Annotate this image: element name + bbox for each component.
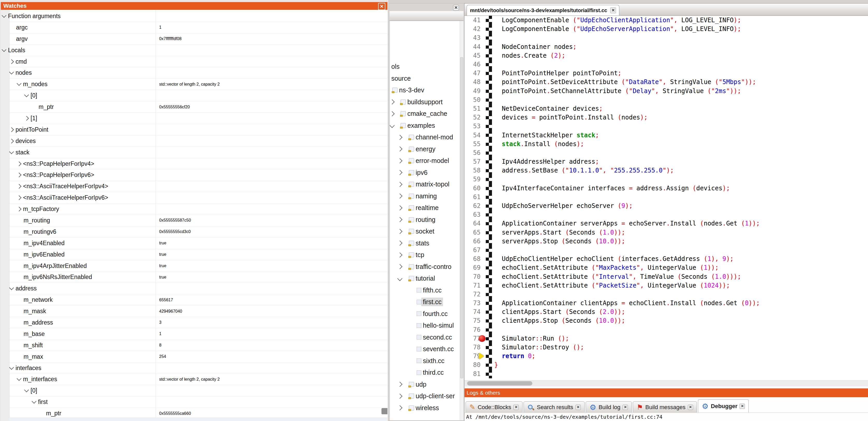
close-icon[interactable]: ✕: [453, 5, 459, 10]
line-number[interactable]: 80: [465, 361, 480, 368]
chevron-right-icon[interactable]: [9, 139, 14, 143]
tree-item-socket[interactable]: socket: [390, 226, 460, 237]
marker-margin[interactable]: [480, 360, 486, 369]
tree-item-stats[interactable]: stats: [390, 237, 460, 249]
watch-row[interactable]: [1]: [1, 113, 388, 124]
fold-margin[interactable]: [486, 263, 492, 272]
tree-item-udp[interactable]: udp: [390, 379, 460, 390]
chevron-right-icon[interactable]: [397, 158, 402, 163]
marker-margin[interactable]: [480, 210, 486, 219]
chevron-right-icon[interactable]: [17, 184, 21, 189]
chevron-right-icon[interactable]: [397, 217, 402, 222]
line-number[interactable]: 70: [465, 273, 480, 280]
tree-item-second-cc[interactable]: second.cc: [390, 331, 460, 344]
line-number[interactable]: 54: [465, 132, 480, 139]
tree-item-fourth-cc[interactable]: fourth.cc: [390, 308, 460, 320]
fold-margin[interactable]: [486, 246, 492, 255]
chevron-right-icon[interactable]: [397, 205, 402, 210]
editor-horizontal-scrollbar-thumb[interactable]: [467, 381, 532, 386]
watches-horizontal-scrollbar[interactable]: [9, 418, 388, 421]
fold-margin[interactable]: [486, 343, 492, 352]
line-number[interactable]: 59: [465, 175, 480, 183]
fold-margin[interactable]: [486, 255, 492, 263]
tree-item-error-model[interactable]: error-model: [390, 155, 460, 167]
marker-margin[interactable]: [480, 228, 486, 237]
line-number[interactable]: 75: [465, 317, 480, 324]
line-number[interactable]: 56: [465, 149, 480, 157]
line-number[interactable]: 42: [465, 25, 480, 33]
chevron-right-icon[interactable]: [390, 99, 395, 104]
chevron-right-icon[interactable]: [397, 193, 402, 199]
line-number[interactable]: 69: [465, 264, 480, 271]
line-number[interactable]: 73: [465, 299, 480, 307]
tree-item-naming[interactable]: naming: [390, 190, 460, 202]
line-number[interactable]: 61: [465, 193, 480, 201]
fold-margin[interactable]: [486, 149, 492, 157]
watch-row[interactable]: interfaces: [1, 362, 388, 374]
fold-margin[interactable]: [486, 104, 492, 113]
tree-item-first-cc[interactable]: first.cc: [390, 296, 460, 308]
chevron-down-icon[interactable]: [397, 276, 402, 281]
close-icon[interactable]: ✕: [740, 404, 745, 409]
fold-margin[interactable]: [486, 210, 492, 219]
watches-titlebar[interactable]: Watches ✕: [1, 2, 388, 10]
marker-margin[interactable]: [480, 281, 486, 290]
line-number[interactable]: 41: [465, 17, 480, 24]
line-number[interactable]: 62: [465, 202, 480, 209]
chevron-right-icon[interactable]: [397, 264, 402, 269]
fold-margin[interactable]: [486, 166, 492, 175]
watch-row[interactable]: <ns3::PcapHelperForIpv6>: [1, 169, 388, 181]
tree-item-udp-client-ser[interactable]: udp-client-ser: [390, 390, 460, 402]
tree-item-energy[interactable]: energy: [390, 143, 460, 155]
fold-margin[interactable]: [486, 157, 492, 166]
watches-resize-grip[interactable]: [381, 408, 388, 414]
fold-margin[interactable]: [486, 307, 492, 316]
fold-margin[interactable]: [486, 369, 492, 378]
tree-item-wireless[interactable]: wireless: [390, 402, 460, 414]
marker-margin[interactable]: [480, 60, 486, 69]
fold-margin[interactable]: [486, 290, 492, 299]
chevron-right-icon[interactable]: [9, 127, 14, 132]
fold-margin[interactable]: [486, 87, 492, 95]
line-number[interactable]: 49: [465, 88, 480, 95]
marker-margin[interactable]: [480, 316, 486, 325]
marker-margin[interactable]: [480, 255, 486, 263]
watch-row[interactable]: m_max254: [1, 351, 388, 362]
chevron-right-icon[interactable]: [397, 394, 402, 399]
marker-margin[interactable]: [480, 95, 486, 104]
chevron-right-icon[interactable]: [397, 170, 402, 175]
line-number[interactable]: 58: [465, 167, 480, 174]
chevron-down-icon[interactable]: [32, 399, 36, 404]
chevron-down-icon[interactable]: [9, 365, 14, 369]
watch-row[interactable]: first: [1, 396, 388, 408]
chevron-right-icon[interactable]: [397, 229, 402, 234]
chevron-down-icon[interactable]: [17, 81, 21, 86]
line-number[interactable]: 63: [465, 211, 480, 218]
line-number[interactable]: 48: [465, 78, 480, 86]
watch-row[interactable]: m_ipv4ArpJitterEnabledtrue: [1, 260, 388, 272]
watch-row[interactable]: m_ptr0x55555556cf20: [1, 101, 388, 113]
watch-row[interactable]: m_ipv4Enabledtrue: [1, 238, 388, 249]
line-number[interactable]: 53: [465, 123, 480, 130]
line-number[interactable]: 50: [465, 96, 480, 103]
chevron-right-icon[interactable]: [17, 173, 21, 177]
marker-margin[interactable]: [480, 33, 486, 42]
tree-item-fifth-cc[interactable]: fifth.cc: [390, 285, 460, 296]
watch-row[interactable]: [0]: [1, 385, 388, 396]
watch-row[interactable]: Locals: [1, 45, 388, 56]
marker-margin[interactable]: [480, 219, 486, 228]
marker-margin[interactable]: [480, 193, 486, 201]
line-number[interactable]: 47: [465, 70, 480, 77]
fold-margin[interactable]: [486, 228, 492, 237]
marker-margin[interactable]: [480, 175, 486, 184]
watch-row[interactable]: argc1: [1, 22, 388, 33]
chevron-right-icon[interactable]: [397, 182, 402, 187]
marker-margin[interactable]: [480, 69, 486, 77]
marker-margin[interactable]: [480, 307, 486, 316]
fold-margin[interactable]: [486, 33, 492, 42]
chevron-down-icon[interactable]: [9, 286, 14, 290]
watch-row[interactable]: m_address3: [1, 317, 388, 328]
fold-margin[interactable]: [486, 352, 492, 360]
line-number[interactable]: 60: [465, 185, 480, 192]
watch-row[interactable]: cmd: [1, 56, 388, 67]
